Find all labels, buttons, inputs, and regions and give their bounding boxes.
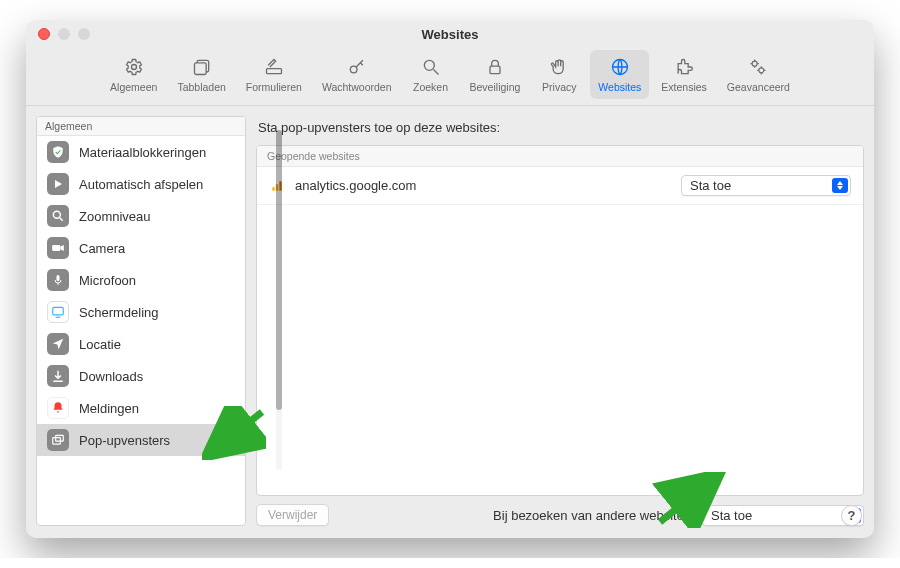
preferences-window: Websites Algemeen Tabbladen Formulieren … <box>26 20 874 538</box>
search-icon <box>420 57 442 77</box>
sidebar-scrollbar[interactable] <box>276 130 282 470</box>
tab-advanced[interactable]: Geavanceerd <box>719 50 798 99</box>
svg-point-8 <box>753 61 758 66</box>
traffic-lights <box>38 28 90 40</box>
svg-point-5 <box>424 60 434 70</box>
pen-form-icon <box>263 57 285 77</box>
other-sites-label: Bij bezoeken van andere websites: <box>493 508 694 523</box>
sidebar-item-popups[interactable]: Pop-upvensters <box>37 424 245 456</box>
display-icon <box>47 301 69 323</box>
svg-rect-11 <box>52 245 60 251</box>
shield-check-icon <box>47 141 69 163</box>
svg-rect-16 <box>272 187 274 191</box>
download-icon <box>47 365 69 387</box>
tab-autofill[interactable]: Formulieren <box>238 50 310 99</box>
svg-point-9 <box>759 68 764 73</box>
svg-rect-13 <box>53 307 64 315</box>
camera-icon <box>47 237 69 259</box>
websites-panel: Geopende websites analytics.google.com S… <box>256 145 864 496</box>
svg-rect-12 <box>57 275 60 281</box>
lock-icon <box>484 57 506 77</box>
preferences-toolbar: Algemeen Tabbladen Formulieren Wachtwoor… <box>26 48 874 106</box>
main-pane: Sta pop-upvensters toe op deze websites:… <box>256 116 864 526</box>
help-button[interactable]: ? <box>841 505 862 526</box>
svg-rect-2 <box>194 63 206 75</box>
content-body: Algemeen Materiaalblokkeringen Automatis… <box>26 106 874 538</box>
tab-general[interactable]: Algemeen <box>102 50 165 99</box>
sidebar-item-autoplay[interactable]: Automatisch afspelen <box>37 168 245 200</box>
main-heading: Sta pop-upvensters toe op deze websites: <box>256 116 864 145</box>
minimize-window-button[interactable] <box>58 28 70 40</box>
sidebar-item-notifications[interactable]: Meldingen <box>37 392 245 424</box>
svg-rect-3 <box>266 69 281 74</box>
svg-rect-6 <box>490 66 500 74</box>
titlebar: Websites <box>26 20 874 48</box>
site-permission-select[interactable]: Sta toe <box>681 175 851 196</box>
remove-button[interactable]: Verwijder <box>256 504 329 526</box>
close-window-button[interactable] <box>38 28 50 40</box>
panel-footer: Verwijder Bij bezoeken van andere websit… <box>256 504 864 526</box>
tab-passwords[interactable]: Wachtwoorden <box>314 50 400 99</box>
tab-search[interactable]: Zoeken <box>404 50 458 99</box>
tab-websites[interactable]: Websites <box>590 50 649 99</box>
chevron-updown-icon <box>832 178 848 193</box>
tab-privacy[interactable]: Privacy <box>532 50 586 99</box>
tab-security[interactable]: Beveiliging <box>462 50 529 99</box>
play-icon <box>47 173 69 195</box>
other-sites-select[interactable]: Sta toe <box>702 505 864 526</box>
site-domain: analytics.google.com <box>295 178 681 193</box>
zoom-icon <box>47 205 69 227</box>
zoom-window-button[interactable] <box>78 28 90 40</box>
bell-icon <box>47 397 69 419</box>
svg-point-4 <box>350 66 357 73</box>
sidebar-section-header: Algemeen <box>37 117 245 136</box>
tabs-icon <box>191 57 213 77</box>
sidebar-item-location[interactable]: Locatie <box>37 328 245 360</box>
tab-tabs[interactable]: Tabbladen <box>169 50 233 99</box>
window-title: Websites <box>26 27 874 42</box>
hand-icon <box>548 57 570 77</box>
settings-sidebar: Algemeen Materiaalblokkeringen Automatis… <box>36 116 246 526</box>
key-icon <box>346 57 368 77</box>
sidebar-item-camera[interactable]: Camera <box>37 232 245 264</box>
microphone-icon <box>47 269 69 291</box>
sidebar-item-content-blockers[interactable]: Materiaalblokkeringen <box>37 136 245 168</box>
gears-icon <box>747 57 769 77</box>
gear-icon <box>123 57 145 77</box>
popup-windows-icon <box>47 429 69 451</box>
table-row[interactable]: analytics.google.com Sta toe <box>257 167 863 205</box>
globe-icon <box>609 57 631 77</box>
svg-point-10 <box>53 211 60 218</box>
section-label-open-sites: Geopende websites <box>257 146 863 167</box>
sidebar-item-zoom[interactable]: Zoomniveau <box>37 200 245 232</box>
location-arrow-icon <box>47 333 69 355</box>
tab-extensions[interactable]: Extensies <box>653 50 715 99</box>
svg-point-0 <box>131 65 136 70</box>
puzzle-icon <box>673 57 695 77</box>
sidebar-item-downloads[interactable]: Downloads <box>37 360 245 392</box>
sidebar-item-microphone[interactable]: Microfoon <box>37 264 245 296</box>
sidebar-item-screen-sharing[interactable]: Schermdeling <box>37 296 245 328</box>
